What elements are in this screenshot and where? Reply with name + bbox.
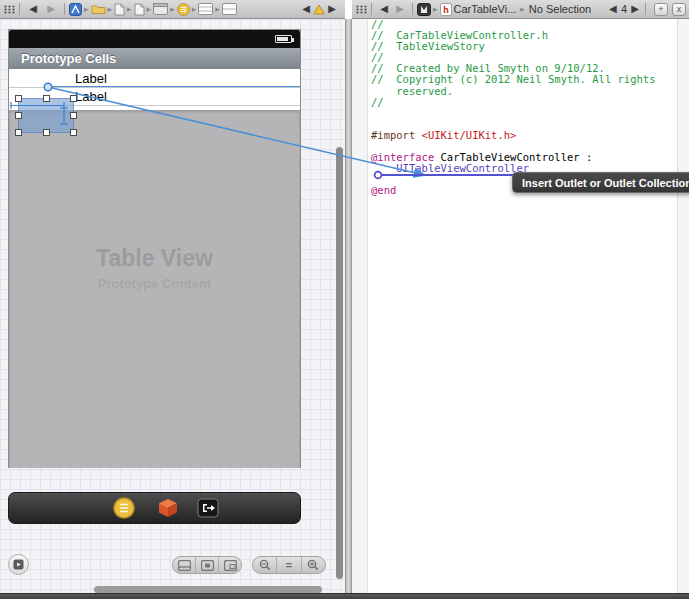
editor-layout-segmented-control [172, 556, 242, 574]
code-line: reserved. [371, 86, 676, 97]
breadcrumb-separator: ▸ [108, 4, 113, 14]
breadcrumb-separator: ▸ [127, 4, 132, 14]
previous-counterpart-button[interactable]: ◀ [607, 4, 619, 14]
view-controller-icon[interactable] [113, 497, 135, 519]
separator [645, 3, 646, 15]
file-breadcrumb[interactable]: CarTableVi... [454, 3, 517, 15]
next-issue-button[interactable]: ▶ [325, 4, 339, 14]
document-outline-toggle-button[interactable] [8, 554, 29, 575]
table-view-placeholder-title: Table View [9, 245, 300, 272]
breadcrumb-separator: ▸ [215, 4, 220, 14]
table-view-placeholder-subtitle: Prototype Content [9, 276, 300, 291]
table-view-controller-scene[interactable]: Prototype Cells Label Label Table View P… [8, 29, 301, 468]
warning-icon[interactable] [313, 4, 325, 15]
actual-size-button[interactable]: = [276, 557, 300, 573]
assistant-editor-jumpbar: ◀ ▶ ▸ h CarTableVi... ▸ No Selection ◀ 4… [352, 0, 689, 19]
code-lines: //// CarTableViewController.h// TableVie… [371, 19, 676, 593]
layout-segment-icon[interactable] [195, 557, 218, 573]
resize-handle[interactable] [15, 129, 22, 136]
zoom-segmented-control: = [252, 556, 326, 574]
file-icon[interactable] [114, 3, 125, 16]
resize-handle[interactable] [15, 112, 22, 119]
code-line: #import <UIKit/UIKit.h> [371, 130, 676, 141]
canvas-vertical-scrollbar[interactable] [336, 147, 343, 579]
grid-menu-icon[interactable] [4, 5, 15, 14]
code-line: // [371, 97, 676, 108]
counterpart-count: 4 [621, 3, 627, 15]
breadcrumb-separator: ▸ [192, 4, 197, 14]
resize-handle[interactable] [70, 129, 77, 136]
interface-builder-canvas[interactable]: Prototype Cells Label Label Table View P… [0, 19, 345, 593]
window-bottom-bar [0, 593, 689, 599]
back-button[interactable]: ◀ [376, 4, 392, 14]
resize-handle[interactable] [70, 112, 77, 119]
zoom-in-icon[interactable] [301, 557, 325, 573]
project-icon[interactable] [69, 3, 82, 16]
resize-handle[interactable] [70, 95, 77, 102]
breadcrumb-separator: ▸ [170, 4, 175, 14]
resize-handle[interactable] [43, 95, 50, 102]
cell-label[interactable]: Label [9, 71, 107, 86]
forward-button[interactable]: ▶ [392, 4, 408, 14]
svg-text:h: h [443, 5, 449, 15]
resize-handle[interactable] [15, 95, 22, 102]
grid-menu-icon[interactable] [356, 5, 367, 14]
layout-segment-icon[interactable] [218, 557, 241, 573]
folder-icon[interactable] [91, 3, 106, 15]
separator [19, 3, 20, 15]
previous-issue-button[interactable]: ◀ [299, 4, 313, 14]
selection-breadcrumb[interactable]: No Selection [529, 3, 591, 15]
prototype-cells-label: Prototype Cells [9, 51, 116, 66]
code-line: // TableViewStory [371, 41, 676, 52]
separator [412, 3, 413, 15]
battery-icon [275, 35, 292, 43]
forward-button[interactable]: ▶ [42, 4, 60, 14]
breadcrumb-separator: ▸ [147, 4, 152, 14]
simulated-status-bar [9, 30, 300, 48]
exit-icon[interactable] [197, 498, 219, 518]
pane-divider[interactable] [345, 19, 352, 593]
table-view-body[interactable]: Table View Prototype Content [9, 110, 300, 468]
breadcrumb-separator: ▸ [84, 4, 89, 14]
breadcrumb-separator: ▸ [433, 4, 438, 14]
tooltip-label: Insert Outlet or Outlet Collection [522, 177, 689, 189]
assistant-code-editor[interactable]: //// CarTableViewController.h// TableVie… [352, 19, 689, 593]
separator [371, 3, 372, 15]
resize-handle[interactable] [43, 129, 50, 136]
xcode-assistant-editor-window: ◀ ▶ ▸ ▸ ▸ ▸ ▸ ▸ ▸ [0, 0, 689, 599]
first-responder-icon[interactable] [157, 497, 179, 519]
selected-image-view[interactable] [19, 99, 73, 132]
back-button[interactable]: ◀ [24, 4, 42, 14]
assistant-counterparts-icon[interactable] [417, 3, 431, 16]
editor-scrollbar-track[interactable] [677, 19, 689, 593]
breadcrumb-separator: ▸ [520, 4, 525, 14]
scene-dock [8, 492, 301, 524]
file-icon[interactable] [134, 3, 145, 16]
window-icon[interactable] [153, 3, 168, 15]
canvas-horizontal-scrollbar[interactable] [94, 586, 322, 593]
code-line [371, 108, 676, 119]
table-view-icon[interactable] [198, 3, 213, 15]
zoom-out-icon[interactable] [253, 557, 276, 573]
header-file-icon[interactable]: h [440, 3, 452, 16]
view-controller-icon[interactable] [177, 3, 190, 16]
prototype-cells-header: Prototype Cells [9, 48, 300, 69]
table-cell-icon[interactable] [222, 3, 237, 15]
table-cell[interactable]: Label [9, 69, 300, 88]
interface-builder-jumpbar: ◀ ▶ ▸ ▸ ▸ ▸ ▸ ▸ ▸ [0, 0, 345, 19]
add-assistant-editor-button[interactable]: + [654, 3, 668, 16]
next-counterpart-button[interactable]: ▶ [629, 4, 641, 14]
layout-segment-icon[interactable] [173, 557, 195, 573]
close-assistant-editor-button[interactable]: x [672, 3, 686, 16]
separator [64, 3, 65, 15]
editor-gutter [352, 19, 368, 593]
connection-tooltip: Insert Outlet or Outlet Collection [512, 172, 689, 193]
